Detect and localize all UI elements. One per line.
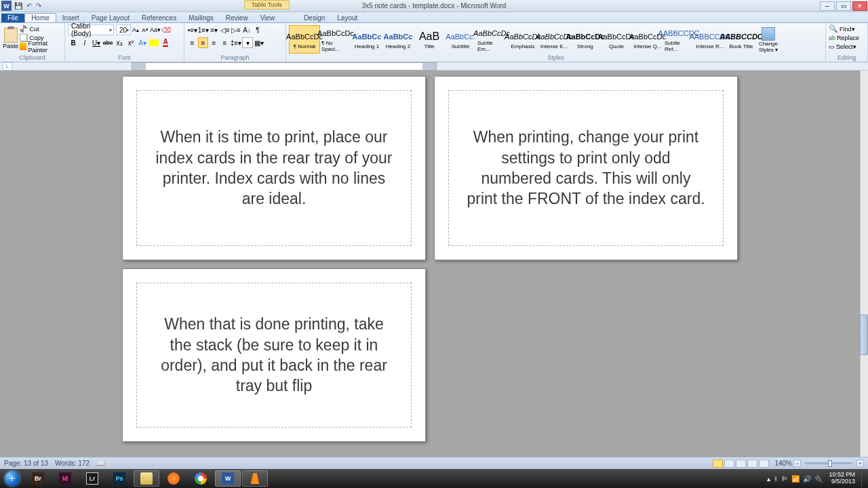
tab-table-design[interactable]: Design	[298, 14, 331, 22]
style--no-spaci-[interactable]: AaBbCcDc¶ No Spaci...	[320, 25, 351, 54]
multilevel-list-button[interactable]: ≡▾	[209, 24, 220, 35]
horizontal-ruler[interactable]	[132, 62, 437, 70]
scrollbar-thumb[interactable]	[860, 314, 868, 355]
taskbar-clock[interactable]: 10:52 PM 9/5/2013	[826, 472, 858, 485]
start-button[interactable]	[0, 469, 24, 488]
draft-view-button[interactable]	[759, 460, 769, 468]
find-button[interactable]: 🔍Find ▾	[829, 24, 865, 33]
align-left-button[interactable]: ≡	[187, 37, 197, 48]
taskbar-firefox[interactable]	[161, 470, 186, 487]
qat-undo-icon[interactable]: ↶	[26, 2, 32, 9]
show-marks-button[interactable]: ¶	[252, 24, 263, 35]
text-effects-button[interactable]: A▾	[137, 37, 148, 48]
proofing-icon[interactable]: 📖	[96, 460, 104, 467]
align-center-button[interactable]: ≡	[198, 37, 208, 48]
strikethrough-button[interactable]: abc	[102, 37, 113, 48]
taskbar-chrome[interactable]	[188, 470, 214, 487]
style-heading-2[interactable]: AaBbCcHeading 2	[382, 25, 414, 54]
taskbar-explorer[interactable]	[134, 470, 159, 487]
tab-home[interactable]: Home	[24, 13, 56, 22]
style-strong[interactable]: AaBbCcDcStrong	[570, 25, 601, 54]
underline-button[interactable]: U▾	[91, 37, 102, 48]
taskbar-word[interactable]: W	[215, 470, 241, 487]
clear-formatting-button[interactable]: ⌫	[161, 24, 172, 35]
tray-network-icon[interactable]: 📶	[791, 475, 800, 483]
word-count[interactable]: Words: 172	[55, 460, 90, 467]
cut-button[interactable]: Cut	[20, 24, 62, 33]
decrease-indent-button[interactable]: ◁≡	[220, 24, 231, 35]
print-layout-view-button[interactable]	[713, 460, 723, 468]
zoom-slider-thumb[interactable]	[828, 460, 832, 467]
taskbar-lightroom[interactable]: Lr	[79, 470, 105, 487]
change-case-button[interactable]: Aa▾	[150, 24, 161, 35]
font-name-select[interactable]: Calibri (Body)	[68, 24, 114, 35]
replace-button[interactable]: abReplace	[829, 33, 865, 42]
tab-mailings[interactable]: Mailings	[182, 14, 220, 22]
taskbar-vlc[interactable]	[242, 470, 268, 487]
tab-insert[interactable]: Insert	[56, 14, 85, 22]
style-emphasis[interactable]: AaBbCcDcEmphasis	[507, 25, 538, 54]
superscript-button[interactable]: x²	[125, 37, 136, 48]
maximize-button[interactable]: ▭	[836, 1, 851, 11]
style-subtitle[interactable]: AaBbCc.Subtitle	[445, 25, 476, 54]
bold-button[interactable]: B	[68, 37, 79, 48]
style-subtle-em-[interactable]: AaBbCcDcSubtle Em...	[476, 25, 507, 54]
align-right-button[interactable]: ≡	[209, 37, 219, 48]
qat-redo-icon[interactable]: ↷	[36, 2, 41, 9]
format-painter-button[interactable]: Format Painter	[20, 42, 62, 51]
outline-view-button[interactable]	[747, 460, 757, 468]
font-size-select[interactable]: 20	[116, 24, 131, 35]
fullscreen-reading-view-button[interactable]	[724, 460, 734, 468]
zoom-slider[interactable]	[805, 462, 852, 464]
index-card-2[interactable]: When printing, change your print setting…	[434, 76, 738, 260]
tab-table-layout[interactable]: Layout	[331, 14, 363, 22]
style-intense-e-[interactable]: AaBbCcDcIntense E...	[538, 25, 570, 54]
shrink-font-button[interactable]: A▾	[140, 24, 150, 35]
style-book-title[interactable]: AABBCCDCBook Title	[726, 25, 757, 54]
style-heading-1[interactable]: AaBbCcHeading 1	[351, 25, 382, 54]
web-layout-view-button[interactable]	[736, 460, 746, 468]
style--normal[interactable]: AaBbCcDc¶ Normal	[289, 25, 320, 54]
subscript-button[interactable]: x₂	[114, 37, 125, 48]
tab-references[interactable]: References	[136, 14, 182, 22]
grow-font-button[interactable]: A▴	[131, 24, 140, 35]
tray-power-icon[interactable]: 🔌	[814, 475, 823, 483]
change-styles-button[interactable]: ChangeStyles ▾	[757, 26, 780, 53]
show-desktop-button[interactable]	[861, 470, 867, 487]
increase-indent-button[interactable]: ▷≡	[231, 24, 241, 35]
tab-view[interactable]: View	[254, 14, 281, 22]
italic-button[interactable]: I	[79, 37, 90, 48]
tray-action-center-icon[interactable]: 🏳	[781, 475, 788, 483]
justify-button[interactable]: ≡	[220, 37, 230, 48]
sort-button[interactable]: A↓	[241, 24, 252, 35]
font-color-button[interactable]: A	[160, 37, 171, 48]
style-quote[interactable]: AaBbCcDcQuote	[601, 25, 632, 54]
zoom-level[interactable]: 140%	[774, 460, 792, 467]
paste-button[interactable]: Paste	[3, 26, 18, 49]
shading-button[interactable]: ▾	[242, 37, 253, 48]
tab-page-layout[interactable]: Page Layout	[85, 14, 136, 22]
tray-bluetooth-icon[interactable]: ᚼ	[774, 475, 778, 483]
numbering-button[interactable]: 1≡▾	[198, 24, 209, 35]
minimize-button[interactable]: ─	[820, 1, 835, 11]
tab-review[interactable]: Review	[220, 14, 254, 22]
tray-expand-icon[interactable]: ▴	[767, 475, 770, 483]
taskbar-bridge[interactable]: Br	[25, 470, 51, 487]
ruler-toggle-button[interactable]: L	[3, 62, 12, 70]
index-card-3[interactable]: When that is done printing, take the sta…	[122, 268, 426, 442]
line-spacing-button[interactable]: ‡≡▾	[231, 37, 241, 48]
document-canvas[interactable]: When it is time to print, place our inde…	[0, 70, 868, 457]
index-card-1[interactable]: When it is time to print, place our inde…	[122, 76, 426, 260]
page-indicator[interactable]: Page: 13 of 13	[4, 460, 48, 467]
tab-file[interactable]: File	[1, 14, 24, 22]
close-button[interactable]: ✕	[852, 1, 867, 11]
zoom-out-button[interactable]: −	[793, 460, 801, 467]
qat-save-icon[interactable]: 💾	[14, 2, 22, 9]
taskbar-indesign[interactable]: Id	[52, 470, 78, 487]
style-title[interactable]: AaBTitle	[414, 25, 445, 54]
borders-button[interactable]: ▦▾	[254, 37, 264, 48]
highlight-button[interactable]	[149, 37, 159, 48]
bullets-button[interactable]: •≡▾	[187, 24, 198, 35]
vertical-scrollbar[interactable]	[860, 70, 868, 457]
taskbar-photoshop[interactable]: Ps	[106, 470, 132, 487]
